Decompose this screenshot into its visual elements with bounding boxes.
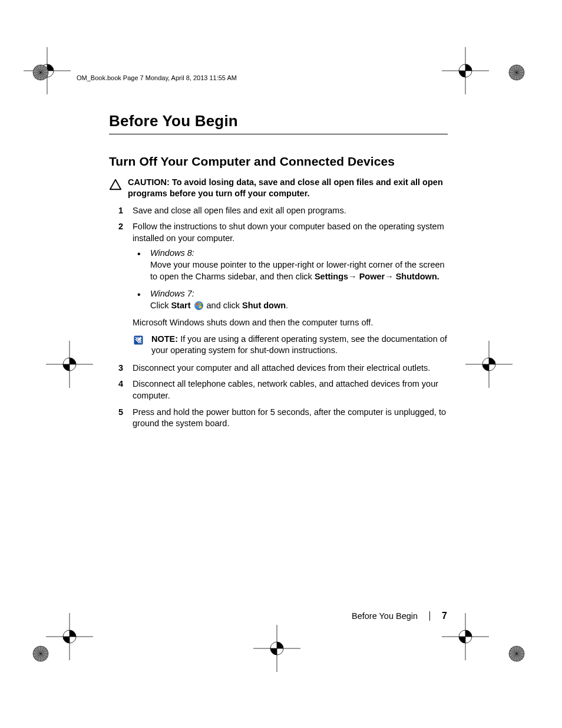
- page-footer: Before You Begin 7: [352, 611, 447, 621]
- win7-start: Start: [171, 301, 190, 310]
- win8-shutdown: Shutdown.: [396, 272, 439, 281]
- step-1: Save and close all open files and exit a…: [109, 205, 448, 217]
- note-text: NOTE: If you are using a different opera…: [151, 334, 448, 357]
- sunburst-mark-icon: [32, 645, 49, 663]
- step-5: Press and hold the power button for 5 se…: [109, 407, 448, 430]
- windows-logo-icon: [194, 301, 203, 310]
- footer-section: Before You Begin: [352, 611, 418, 621]
- registration-mark-icon: [442, 47, 489, 94]
- caution-text: CAUTION: To avoid losing data, save and …: [128, 177, 448, 199]
- note-block: NOTE: If you are using a different opera…: [133, 334, 448, 357]
- step-2: Follow the instructions to shut down you…: [109, 221, 448, 311]
- win7-click: Click: [150, 301, 171, 310]
- registration-mark-icon: [46, 613, 93, 660]
- page-title: Before You Begin: [109, 112, 448, 130]
- page-content: Before You Begin Turn Off Your Computer …: [109, 112, 448, 434]
- caution-label: CAUTION:: [128, 177, 170, 187]
- registration-mark-icon: [442, 613, 489, 660]
- title-rule: [109, 134, 448, 134]
- note-body: If you are using a different operating s…: [151, 334, 447, 355]
- win8-label: Windows 8:: [150, 248, 194, 258]
- registration-mark-icon: [253, 625, 300, 672]
- arrow-icon: →: [348, 272, 359, 281]
- steps-list-cont: Disconnect your computer and all attache…: [109, 363, 448, 430]
- sunburst-mark-icon: [32, 64, 49, 81]
- section-heading: Turn Off Your Computer and Connected Dev…: [109, 154, 448, 169]
- step-4: Disconnect all telephone cables, network…: [109, 378, 448, 401]
- caution-icon: [109, 178, 122, 193]
- caution-block: CAUTION: To avoid losing data, save and …: [109, 177, 448, 199]
- note-icon: [133, 334, 144, 348]
- arrow-icon: →: [385, 272, 396, 281]
- sunburst-mark-icon: [508, 64, 525, 81]
- after-bullets-text: Microsoft Windows shuts down and then th…: [133, 317, 448, 329]
- caution-body: To avoid losing data, save and close all…: [128, 177, 443, 198]
- bullet-win8: Windows 8: Move your mouse pointer to th…: [133, 248, 448, 282]
- sunburst-mark-icon: [508, 645, 525, 663]
- running-header: OM_Book.book Page 7 Monday, April 8, 201…: [77, 74, 237, 81]
- page-number: 7: [442, 611, 447, 621]
- steps-list: Save and close all open files and exit a…: [109, 205, 448, 312]
- note-label: NOTE:: [151, 334, 178, 344]
- os-bullets: Windows 8: Move your mouse pointer to th…: [133, 248, 448, 311]
- registration-mark-icon: [465, 341, 513, 388]
- bullet-win7: Windows 7: Click Start and click Shut do…: [133, 288, 448, 311]
- step-3: Disconnect your computer and all attache…: [109, 363, 448, 374]
- win7-label: Windows 7:: [150, 289, 194, 298]
- win8-settings: Settings: [315, 272, 348, 281]
- win7-andclick: and click: [204, 301, 242, 310]
- win8-power: Power: [359, 272, 385, 281]
- step-2-text: Follow the instructions to shut down you…: [133, 222, 444, 243]
- registration-mark-icon: [46, 341, 93, 388]
- win7-shutdown: Shut down: [242, 301, 286, 310]
- footer-divider: [429, 611, 430, 621]
